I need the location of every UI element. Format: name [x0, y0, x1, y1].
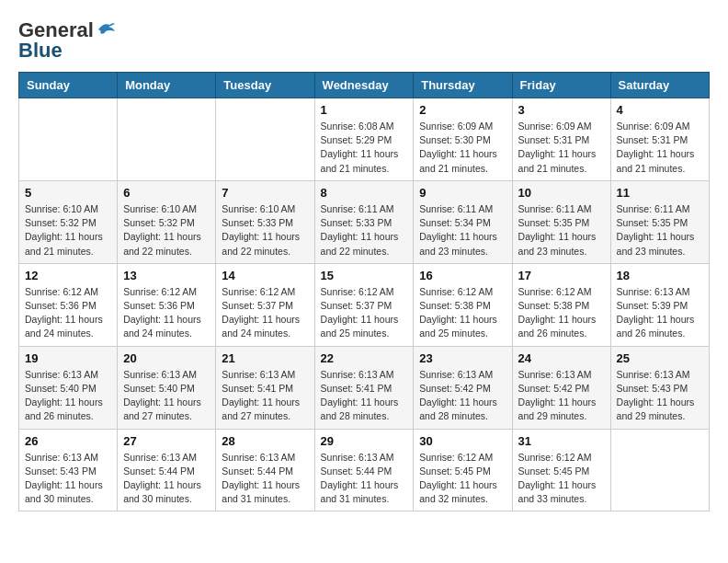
day-number: 29 [321, 434, 408, 448]
calendar-week-row: 19Sunrise: 6:13 AM Sunset: 5:40 PM Dayli… [19, 346, 710, 429]
calendar-week-row: 5Sunrise: 6:10 AM Sunset: 5:32 PM Daylig… [19, 180, 710, 263]
day-number: 19 [25, 351, 111, 365]
day-number: 8 [321, 186, 408, 200]
day-info: Sunrise: 6:12 AM Sunset: 5:38 PM Dayligh… [419, 285, 506, 341]
day-info: Sunrise: 6:09 AM Sunset: 5:30 PM Dayligh… [419, 120, 506, 176]
calendar-header-monday: Monday [118, 73, 216, 98]
day-number: 12 [25, 269, 111, 282]
day-number: 27 [123, 434, 210, 448]
day-info: Sunrise: 6:12 AM Sunset: 5:45 PM Dayligh… [419, 451, 506, 507]
day-number: 31 [518, 434, 605, 448]
day-info: Sunrise: 6:13 AM Sunset: 5:41 PM Dayligh… [321, 368, 408, 424]
calendar-header-sunday: Sunday [19, 73, 118, 98]
day-number: 25 [617, 351, 703, 365]
calendar-cell [118, 98, 216, 181]
calendar-cell: 10Sunrise: 6:11 AM Sunset: 5:35 PM Dayli… [512, 180, 610, 263]
calendar-cell: 17Sunrise: 6:12 AM Sunset: 5:38 PM Dayli… [512, 263, 610, 346]
day-info: Sunrise: 6:10 AM Sunset: 5:32 PM Dayligh… [25, 202, 111, 259]
day-info: Sunrise: 6:12 AM Sunset: 5:37 PM Dayligh… [321, 285, 408, 341]
calendar-cell: 16Sunrise: 6:12 AM Sunset: 5:38 PM Dayli… [414, 263, 512, 346]
day-number: 28 [222, 434, 308, 448]
calendar-cell: 14Sunrise: 6:12 AM Sunset: 5:37 PM Dayli… [216, 263, 314, 346]
day-info: Sunrise: 6:11 AM Sunset: 5:35 PM Dayligh… [617, 202, 703, 259]
day-info: Sunrise: 6:13 AM Sunset: 5:44 PM Dayligh… [321, 451, 408, 507]
day-info: Sunrise: 6:13 AM Sunset: 5:42 PM Dayligh… [518, 368, 605, 424]
day-info: Sunrise: 6:11 AM Sunset: 5:33 PM Dayligh… [321, 202, 408, 259]
calendar-cell: 5Sunrise: 6:10 AM Sunset: 5:32 PM Daylig… [19, 180, 118, 263]
calendar-cell: 23Sunrise: 6:13 AM Sunset: 5:42 PM Dayli… [414, 346, 512, 429]
day-number: 30 [419, 434, 506, 448]
calendar-cell: 6Sunrise: 6:10 AM Sunset: 5:32 PM Daylig… [118, 180, 216, 263]
logo-bird-icon [97, 20, 117, 37]
day-number: 17 [518, 269, 605, 282]
day-info: Sunrise: 6:13 AM Sunset: 5:44 PM Dayligh… [222, 451, 308, 507]
day-number: 13 [123, 269, 210, 282]
day-number: 22 [321, 351, 408, 365]
day-info: Sunrise: 6:12 AM Sunset: 5:36 PM Dayligh… [123, 285, 210, 341]
calendar-cell: 7Sunrise: 6:10 AM Sunset: 5:33 PM Daylig… [216, 180, 314, 263]
calendar-cell: 20Sunrise: 6:13 AM Sunset: 5:40 PM Dayli… [118, 346, 216, 429]
day-number: 9 [419, 186, 506, 200]
page-header: General Blue [18, 18, 710, 63]
day-number: 20 [123, 351, 210, 365]
calendar-header-wednesday: Wednesday [314, 73, 414, 98]
logo-blue-text: Blue [18, 39, 63, 63]
calendar-cell: 31Sunrise: 6:12 AM Sunset: 5:45 PM Dayli… [512, 429, 610, 511]
day-info: Sunrise: 6:08 AM Sunset: 5:29 PM Dayligh… [321, 120, 408, 176]
calendar-cell: 24Sunrise: 6:13 AM Sunset: 5:42 PM Dayli… [512, 346, 610, 429]
day-number: 6 [123, 186, 210, 200]
calendar-cell [19, 98, 118, 181]
day-info: Sunrise: 6:13 AM Sunset: 5:42 PM Dayligh… [419, 368, 506, 424]
calendar-cell: 21Sunrise: 6:13 AM Sunset: 5:41 PM Dayli… [216, 346, 314, 429]
calendar-week-row: 1Sunrise: 6:08 AM Sunset: 5:29 PM Daylig… [19, 98, 710, 181]
day-info: Sunrise: 6:10 AM Sunset: 5:32 PM Dayligh… [123, 202, 210, 259]
logo: General Blue [18, 18, 117, 63]
calendar-cell: 29Sunrise: 6:13 AM Sunset: 5:44 PM Dayli… [314, 429, 414, 511]
day-number: 18 [617, 269, 703, 282]
day-info: Sunrise: 6:12 AM Sunset: 5:36 PM Dayligh… [25, 285, 111, 341]
day-info: Sunrise: 6:13 AM Sunset: 5:44 PM Dayligh… [123, 451, 210, 507]
calendar-week-row: 26Sunrise: 6:13 AM Sunset: 5:43 PM Dayli… [19, 429, 710, 511]
day-info: Sunrise: 6:12 AM Sunset: 5:45 PM Dayligh… [518, 451, 605, 507]
day-info: Sunrise: 6:13 AM Sunset: 5:39 PM Dayligh… [617, 285, 703, 341]
calendar-cell: 25Sunrise: 6:13 AM Sunset: 5:43 PM Dayli… [610, 346, 709, 429]
calendar-cell: 18Sunrise: 6:13 AM Sunset: 5:39 PM Dayli… [610, 263, 709, 346]
day-number: 5 [25, 186, 111, 200]
day-info: Sunrise: 6:11 AM Sunset: 5:34 PM Dayligh… [419, 202, 506, 259]
day-info: Sunrise: 6:13 AM Sunset: 5:43 PM Dayligh… [617, 368, 703, 424]
calendar-cell: 8Sunrise: 6:11 AM Sunset: 5:33 PM Daylig… [314, 180, 414, 263]
day-info: Sunrise: 6:13 AM Sunset: 5:43 PM Dayligh… [25, 451, 111, 507]
calendar-cell: 26Sunrise: 6:13 AM Sunset: 5:43 PM Dayli… [19, 429, 118, 511]
day-number: 4 [617, 103, 703, 117]
day-number: 15 [321, 269, 408, 282]
calendar-cell: 1Sunrise: 6:08 AM Sunset: 5:29 PM Daylig… [314, 98, 414, 181]
calendar-cell: 3Sunrise: 6:09 AM Sunset: 5:31 PM Daylig… [512, 98, 610, 181]
day-number: 7 [222, 186, 308, 200]
day-info: Sunrise: 6:11 AM Sunset: 5:35 PM Dayligh… [518, 202, 605, 259]
day-number: 1 [321, 103, 408, 117]
day-info: Sunrise: 6:12 AM Sunset: 5:37 PM Dayligh… [222, 285, 308, 341]
calendar-cell: 13Sunrise: 6:12 AM Sunset: 5:36 PM Dayli… [118, 263, 216, 346]
day-info: Sunrise: 6:12 AM Sunset: 5:38 PM Dayligh… [518, 285, 605, 341]
calendar-table: SundayMondayTuesdayWednesdayThursdayFrid… [18, 72, 710, 511]
day-info: Sunrise: 6:09 AM Sunset: 5:31 PM Dayligh… [617, 120, 703, 176]
day-number: 11 [617, 186, 703, 200]
calendar-header-tuesday: Tuesday [216, 73, 314, 98]
calendar-header-saturday: Saturday [610, 73, 709, 98]
day-number: 24 [518, 351, 605, 365]
calendar-cell [610, 429, 709, 511]
calendar-cell: 9Sunrise: 6:11 AM Sunset: 5:34 PM Daylig… [414, 180, 512, 263]
day-info: Sunrise: 6:13 AM Sunset: 5:40 PM Dayligh… [25, 368, 111, 424]
day-number: 16 [419, 269, 506, 282]
day-info: Sunrise: 6:09 AM Sunset: 5:31 PM Dayligh… [518, 120, 605, 176]
calendar-cell: 12Sunrise: 6:12 AM Sunset: 5:36 PM Dayli… [19, 263, 118, 346]
calendar-cell: 11Sunrise: 6:11 AM Sunset: 5:35 PM Dayli… [610, 180, 709, 263]
day-info: Sunrise: 6:10 AM Sunset: 5:33 PM Dayligh… [222, 202, 308, 259]
calendar-week-row: 12Sunrise: 6:12 AM Sunset: 5:36 PM Dayli… [19, 263, 710, 346]
calendar-header-thursday: Thursday [414, 73, 512, 98]
day-number: 23 [419, 351, 506, 365]
calendar-header-friday: Friday [512, 73, 610, 98]
calendar-cell: 22Sunrise: 6:13 AM Sunset: 5:41 PM Dayli… [314, 346, 414, 429]
calendar-cell: 27Sunrise: 6:13 AM Sunset: 5:44 PM Dayli… [118, 429, 216, 511]
calendar-cell: 30Sunrise: 6:12 AM Sunset: 5:45 PM Dayli… [414, 429, 512, 511]
